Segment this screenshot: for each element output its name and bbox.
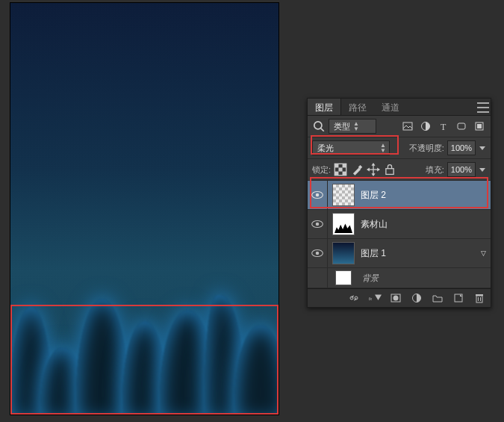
layer-fx-icon[interactable]: fx [368,291,382,305]
add-mask-icon[interactable] [389,291,402,305]
tab-channels[interactable]: 通道 [374,99,407,115]
filter-kind-label: 类型 [334,121,350,132]
svg-point-27 [316,223,320,226]
svg-text:fx: fx [369,297,373,301]
svg-rect-11 [338,167,342,171]
visibility-eye-icon[interactable] [311,246,324,260]
layer-thumbnail[interactable] [332,213,355,235]
svg-marker-19 [371,173,375,176]
layer-name-label: 素材山 [361,218,388,231]
image-filter-icon[interactable] [401,120,414,133]
tab-paths[interactable]: 路径 [341,99,374,115]
svg-marker-20 [367,167,370,171]
blend-options-row: 柔光 ▲▼ 不透明度: 100% [308,137,491,159]
svg-point-25 [316,193,320,197]
opacity-value: 100% [451,143,472,152]
svg-rect-12 [343,172,346,176]
filter-kind-dropdown[interactable]: 类型 ▲▼ [329,119,376,134]
svg-rect-14 [335,172,338,176]
svg-point-29 [316,252,320,255]
visibility-eye-icon[interactable] [311,188,324,202]
fill-label: 填充: [426,164,444,176]
svg-point-35 [393,296,399,301]
svg-rect-13 [343,164,346,167]
svg-text:T: T [441,122,447,131]
layer-thumbnail[interactable] [335,270,352,285]
delete-layer-icon[interactable] [473,291,486,305]
layers-bottom-toolbar: fx [308,288,491,307]
layer-name-label: 图层 1 [361,247,386,260]
svg-rect-7 [477,124,482,128]
lock-label: 锁定: [312,164,331,176]
panel-tabs: 图层 路径 通道 [308,99,491,116]
text-filter-icon[interactable]: T [437,120,450,133]
svg-marker-33 [375,295,382,301]
opacity-label: 不透明度: [409,143,444,154]
opacity-flyout-icon[interactable] [479,141,486,155]
canvas-noise-overlay [10,3,279,415]
shape-filter-icon[interactable] [455,120,468,133]
svg-marker-18 [371,163,375,166]
lock-position-icon[interactable] [367,163,380,176]
canvas-document[interactable] [10,3,279,415]
layer-name-label: 背景 [359,273,379,284]
svg-point-0 [314,122,322,129]
fill-value-input[interactable]: 100% [447,162,476,177]
svg-line-1 [321,128,324,131]
effects-expand-icon[interactable]: ▽ [481,249,486,257]
layer-thumbnail[interactable] [332,242,355,264]
svg-rect-10 [335,164,338,167]
search-icon[interactable] [312,120,326,133]
lock-all-icon[interactable] [383,163,396,176]
lock-paint-icon[interactable] [350,163,364,176]
new-group-icon[interactable] [431,291,444,305]
fill-value: 100% [451,165,472,174]
layer-thumbnail[interactable] [332,184,355,206]
layer-filter-row: 类型 ▲▼ T [308,116,491,137]
tab-layers[interactable]: 图层 [308,99,341,115]
svg-marker-23 [479,168,485,172]
lock-options-row: 锁定: 填充: 100% [308,159,491,181]
svg-rect-22 [386,169,393,175]
svg-rect-2 [403,122,412,130]
layer-item-background[interactable]: 背景 [308,268,491,288]
new-adjustment-icon[interactable] [410,291,423,305]
link-layers-icon[interactable] [347,291,361,305]
blend-mode-value: 柔光 [317,143,334,154]
layer-item-material-mountain[interactable]: 素材山 [308,210,491,239]
workspace: 图层 路径 通道 类型 ▲▼ T [0,0,504,422]
new-layer-icon[interactable] [452,291,465,305]
panel-menu-icon[interactable] [477,101,489,114]
svg-rect-38 [476,296,482,302]
layers-panel: 图层 路径 通道 类型 ▲▼ T [307,98,491,308]
layer-item-layer1[interactable]: 图层 1 ▽ [308,239,491,268]
svg-marker-21 [377,167,380,171]
lock-transparent-icon[interactable] [334,163,347,176]
layer-item-layer2[interactable]: 图层 2 [308,181,491,210]
smart-filter-icon[interactable] [473,120,486,133]
layer-list: 图层 2 素材山 图层 1 ▽ [308,181,491,288]
svg-rect-41 [476,294,483,296]
svg-rect-5 [458,123,465,129]
blend-mode-dropdown[interactable]: 柔光 ▲▼ [312,140,390,155]
svg-marker-8 [479,146,485,150]
layer-name-label: 图层 2 [361,189,386,202]
opacity-value-input[interactable]: 100% [447,140,476,155]
visibility-eye-icon[interactable] [311,217,324,231]
fill-flyout-icon[interactable] [479,163,486,176]
adjustment-filter-icon[interactable] [419,120,432,133]
